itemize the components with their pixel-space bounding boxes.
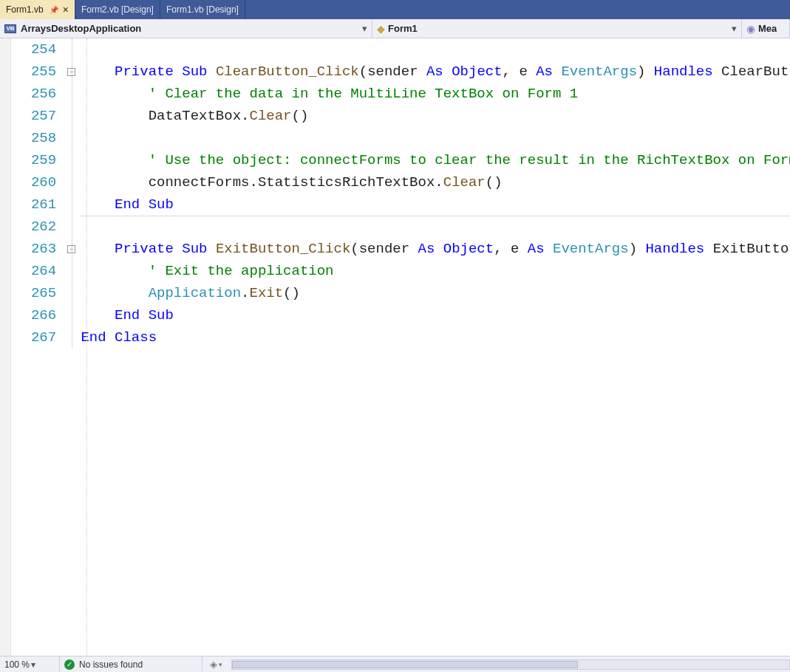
code-editor[interactable]: 2542552562572582592602612622632642652662… [0, 38, 790, 656]
code-line[interactable]: Application.Exit() [81, 282, 790, 304]
nav-scope-dropdown[interactable]: VB ArraysDesktopApplication ▾ [0, 19, 372, 38]
status-bar: 100 % ▾ ✓ No issues found ◈▾ [0, 656, 790, 672]
nav-scope-label: ArraysDesktopApplication [21, 23, 141, 34]
code-area[interactable]: Private Sub ClearButton_Click(sender As … [81, 38, 790, 656]
code-line[interactable]: End Sub [81, 304, 790, 326]
code-line[interactable]: End Class [81, 326, 790, 349]
code-line[interactable] [81, 38, 790, 61]
chevron-down-icon: ▾ [356, 23, 367, 34]
close-icon[interactable]: × [63, 4, 69, 15]
tab-label: Form1.vb [6, 4, 44, 15]
nav-type-label: Form1 [388, 23, 418, 34]
zoom-dropdown[interactable]: 100 % ▾ [0, 659, 52, 670]
tag-icon[interactable]: ◈▾ [210, 659, 222, 670]
issues-status: No issues found [79, 659, 143, 670]
code-line[interactable]: Private Sub ClearButton_Click(sender As … [81, 61, 790, 83]
horizontal-scrollbar[interactable] [231, 659, 790, 670]
chevron-down-icon: ▾ [31, 659, 35, 670]
line-number: 255 [11, 61, 57, 83]
line-number: 258 [11, 127, 57, 149]
line-number-gutter: 2542552562572582592602612622632642652662… [11, 38, 63, 656]
tab-form2-vb-design-[interactable]: Form2.vb [Design] [75, 0, 160, 19]
code-line[interactable]: Private Sub ExitButton_Click(sender As O… [81, 238, 790, 260]
zoom-level: 100 % [4, 659, 30, 670]
code-line[interactable]: ' Exit the application [81, 260, 790, 282]
fold-column: −− [62, 38, 81, 656]
nav-type-dropdown[interactable]: ◆ Form1 ▾ [372, 19, 742, 38]
chevron-down-icon: ▾ [726, 23, 737, 34]
method-icon: ◉ [746, 23, 755, 35]
nav-member-label: Mea [758, 23, 777, 34]
line-number: 260 [11, 171, 57, 193]
separator [202, 656, 202, 672]
code-line[interactable]: connectForms.StatisticsRichTextBox.Clear… [81, 171, 790, 193]
line-number: 265 [11, 282, 57, 304]
code-line[interactable] [81, 127, 790, 149]
separator [59, 656, 60, 672]
line-number: 254 [11, 38, 57, 61]
editor-margin [0, 38, 11, 656]
check-circle-icon: ✓ [64, 659, 75, 670]
code-line[interactable]: ' Use the object: connectForms to clear … [81, 149, 790, 171]
code-line[interactable]: End Sub [81, 193, 790, 216]
line-number: 267 [11, 326, 57, 349]
pin-icon[interactable]: 📌 [50, 6, 58, 14]
line-number: 262 [11, 216, 57, 238]
code-line[interactable] [81, 216, 790, 238]
tab-bar: Form1.vb📌×Form2.vb [Design]Form1.vb [Des… [0, 0, 790, 19]
line-number: 264 [11, 260, 57, 282]
tab-label: Form2.vb [Design] [81, 4, 154, 15]
code-line[interactable]: ' Clear the data in the MultiLine TextBo… [81, 83, 790, 105]
line-number: 259 [11, 149, 57, 171]
vb-icon: VB [4, 24, 16, 33]
method-separator [81, 216, 790, 216]
line-number: 263 [11, 238, 57, 260]
tab-form1-vb[interactable]: Form1.vb📌× [0, 0, 75, 19]
line-number: 257 [11, 105, 57, 127]
nav-bar: VB ArraysDesktopApplication ▾ ◆ Form1 ▾ … [0, 19, 790, 38]
tab-form1-vb-design-[interactable]: Form1.vb [Design] [160, 0, 245, 19]
tab-label: Form1.vb [Design] [166, 4, 239, 15]
line-number: 266 [11, 304, 57, 326]
line-number: 261 [11, 193, 57, 216]
code-line[interactable]: DataTextBox.Clear() [81, 105, 790, 127]
scrollbar-thumb[interactable] [232, 661, 577, 668]
class-icon: ◆ [377, 23, 385, 35]
nav-member-dropdown[interactable]: ◉ Mea [742, 19, 790, 38]
line-number: 256 [11, 83, 57, 105]
